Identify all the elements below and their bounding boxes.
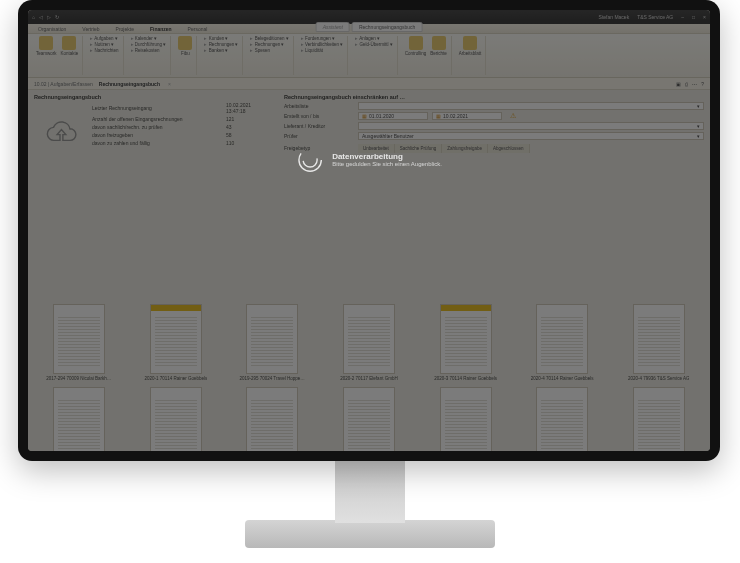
monitor-frame: ⌂ ◁ ▷ ↻ Stefan Macek T&S Service AG – □ … — [18, 0, 720, 461]
monitor-stand-neck — [335, 461, 405, 523]
app-screen: ⌂ ◁ ▷ ↻ Stefan Macek T&S Service AG – □ … — [28, 10, 710, 451]
svg-point-1 — [303, 153, 317, 167]
svg-point-0 — [299, 149, 321, 171]
processing-body: Bitte gedulden Sie sich einen Augenblick… — [332, 161, 442, 167]
modal-backdrop — [28, 10, 710, 451]
spinner-icon — [296, 146, 324, 174]
monitor-stand-base — [245, 520, 495, 548]
processing-modal: Datenverarbeitung Bitte gedulden Sie sic… — [296, 146, 442, 174]
processing-title: Datenverarbeitung — [332, 152, 442, 161]
